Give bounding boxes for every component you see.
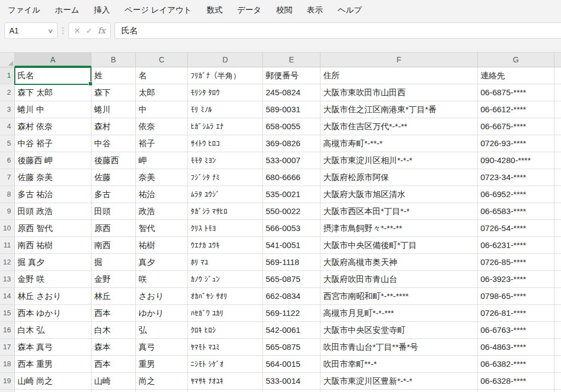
cell-C14[interactable]: さおり — [136, 288, 188, 304]
cell-C18[interactable]: 重男 — [136, 356, 188, 372]
cell-C13[interactable]: 咲 — [136, 271, 188, 287]
column-header-E[interactable]: E — [263, 53, 320, 67]
row-header-2[interactable]: 2 — [0, 84, 15, 101]
cell-G12[interactable]: 0726-85-**** — [478, 254, 554, 270]
cell-A5[interactable]: 中谷 裕子 — [15, 135, 91, 152]
column-header-C[interactable]: C — [136, 53, 188, 67]
cell-G1[interactable]: 連絡先 — [478, 67, 554, 84]
row-header-1[interactable]: 1 — [0, 67, 15, 84]
cell-F1[interactable]: 住所 — [320, 67, 478, 84]
cell-F9[interactable]: 大阪市西区本田*丁目*-* — [320, 203, 478, 220]
cell-A6[interactable]: 後藤西 岬 — [15, 152, 91, 169]
cell-A4[interactable]: 森村 依奈 — [15, 118, 91, 135]
cell-G15[interactable]: 0726-81-**** — [478, 305, 554, 321]
cell-C10[interactable]: 智代 — [136, 220, 188, 237]
cell-E11[interactable]: 541-0051 — [263, 237, 320, 253]
cell-A13[interactable]: 金野 咲 — [15, 271, 91, 287]
menu-item-7[interactable]: 表示 — [307, 5, 323, 15]
cell-A14[interactable]: 林丘 さおり — [15, 288, 91, 304]
cell-E8[interactable]: 535-0021 — [263, 186, 320, 203]
cell-A15[interactable]: 西本 ゆかり — [15, 305, 91, 321]
cell-B20[interactable]: 山本 — [91, 390, 136, 392]
cell-A7[interactable]: 佐藤 奈美 — [15, 169, 91, 186]
cell-B5[interactable]: 中谷 — [91, 135, 136, 152]
row-header-4[interactable]: 4 — [0, 118, 15, 135]
cell-B6[interactable]: 後藤西 — [91, 152, 136, 169]
menu-item-4[interactable]: 数式 — [207, 5, 222, 15]
menu-item-2[interactable]: 挿入 — [94, 5, 110, 15]
cell-D3[interactable]: ﾓﾘ ﾐﾉﾙ — [188, 101, 263, 118]
row-header-8[interactable]: 8 — [0, 186, 15, 203]
cell-D13[interactable]: ｶﾉｳ ｼﾞｭﾝ — [188, 271, 263, 287]
cell-E9[interactable]: 550-0022 — [263, 203, 320, 220]
cell-E14[interactable]: 662-0834 — [263, 288, 320, 304]
menu-item-8[interactable]: ヘルプ — [337, 5, 362, 15]
row-header-9[interactable]: 9 — [0, 203, 15, 220]
enter-icon[interactable]: ✓ — [86, 26, 93, 35]
cell-C9[interactable]: 政浩 — [136, 203, 188, 220]
column-header-G[interactable]: G — [478, 53, 554, 67]
cell-G16[interactable]: 06-6763-**** — [478, 322, 554, 338]
cell-F12[interactable]: 大阪府高槻市奥天神 — [320, 254, 478, 270]
cell-D17[interactable]: ﾔﾏﾓﾄ ﾏﾕﾐ — [188, 339, 263, 355]
cell-A10[interactable]: 原西 智代 — [15, 220, 91, 237]
cell-A12[interactable]: 掘 真夕 — [15, 254, 91, 270]
cell-B12[interactable]: 掘 — [91, 254, 136, 270]
cell-C15[interactable]: ゆかり — [136, 305, 188, 321]
cell-E1[interactable]: 郵便番号 — [263, 67, 320, 84]
cell-F10[interactable]: 摂津市鳥飼野々*-**-** — [320, 220, 478, 237]
cell-D9[interactable]: ﾀｶﾞｼﾗ ﾏｻﾋﾛ — [188, 203, 263, 220]
cell-E16[interactable]: 542-0061 — [263, 322, 320, 338]
cell-C5[interactable]: 裕子 — [136, 135, 188, 152]
cell-E5[interactable]: 369-0826 — [263, 135, 320, 152]
cell-C4[interactable]: 依奈 — [136, 118, 188, 135]
cell-E15[interactable]: 569-1122 — [263, 305, 320, 321]
column-header-A[interactable]: A — [15, 53, 91, 67]
cell-A16[interactable]: 白木 弘 — [15, 322, 91, 338]
cell-G7[interactable]: 0723-34-**** — [478, 169, 554, 186]
cell-D6[interactable]: ﾓﾓﾀ ﾐﾖﾝ — [188, 152, 263, 169]
menu-item-5[interactable]: データ — [237, 5, 261, 15]
cell-G11[interactable]: 06-6231-**** — [478, 237, 554, 253]
cell-B8[interactable]: 多古 — [91, 186, 136, 203]
cell-G8[interactable]: 06-6952-**** — [478, 186, 554, 203]
cell-E6[interactable]: 533-0007 — [263, 152, 320, 169]
row-header-10[interactable]: 10 — [0, 220, 15, 237]
cell-D11[interactable]: ｳｴﾅｶ ﾕｳｷ — [188, 237, 263, 253]
cell-E20[interactable] — [263, 390, 320, 392]
cell-D20[interactable]: ﾔﾏﾓﾄ ﾉﾌﾞｺ — [188, 390, 263, 392]
cell-G17[interactable]: 06-4863-**** — [478, 339, 554, 355]
cell-D7[interactable]: ﾌｼﾞｼﾀ ﾅﾐ — [188, 169, 263, 186]
cell-F13[interactable]: 大阪府吹田市青山台 — [320, 271, 478, 287]
cell-D19[interactable]: ﾔﾏｻｷ ﾅｵﾕｷ — [188, 373, 263, 389]
cell-D1[interactable]: ﾌﾘｶﾞﾅ（半角） — [188, 67, 263, 84]
cell-F5[interactable]: 高槻市寿町*-**-* — [320, 135, 478, 152]
cell-D18[interactable]: ﾆｼﾓﾄ ｼｹﾞｵ — [188, 356, 263, 372]
row-header-13[interactable]: 13 — [0, 271, 15, 287]
cell-E2[interactable]: 245-0824 — [263, 84, 320, 101]
cell-E13[interactable]: 565-0875 — [263, 271, 320, 287]
cell-B16[interactable]: 白木 — [91, 322, 136, 338]
cell-E17[interactable]: 565-0875 — [263, 339, 320, 355]
row-header-3[interactable]: 3 — [0, 101, 15, 118]
cell-B13[interactable]: 金野 — [91, 271, 136, 287]
cell-B11[interactable]: 南西 — [91, 237, 136, 253]
cell-D12[interactable]: ﾎﾘ ﾏﾕ — [188, 254, 263, 270]
row-header-7[interactable]: 7 — [0, 169, 15, 186]
insert-function-icon[interactable]: fx — [98, 26, 105, 36]
cell-A20[interactable]: 山本 伸子 — [15, 390, 91, 392]
cell-F17[interactable]: 吹田市青山台*丁目**番*号 — [320, 339, 478, 355]
cell-F4[interactable]: 大阪市住吉区万代*-*-** — [320, 118, 478, 135]
menu-item-1[interactable]: ホーム — [55, 5, 79, 15]
cell-F19[interactable]: 大阪市東淀川区豊新*-*-* — [320, 373, 478, 389]
row-header-15[interactable]: 15 — [0, 305, 15, 321]
cell-F8[interactable]: 大阪府大阪市旭区清水 — [320, 186, 478, 203]
menu-item-0[interactable]: ファイル — [8, 5, 40, 15]
formula-input[interactable]: 氏名 — [115, 22, 561, 39]
cell-B9[interactable]: 田頭 — [91, 203, 136, 220]
cell-G9[interactable]: 06-6583-**** — [478, 203, 554, 220]
cell-E12[interactable]: 569-1118 — [263, 254, 320, 270]
row-header-5[interactable]: 5 — [0, 135, 15, 152]
cell-G19[interactable]: 06-6328-**** — [478, 373, 554, 389]
cell-A2[interactable]: 森下 太郎 — [15, 84, 91, 101]
